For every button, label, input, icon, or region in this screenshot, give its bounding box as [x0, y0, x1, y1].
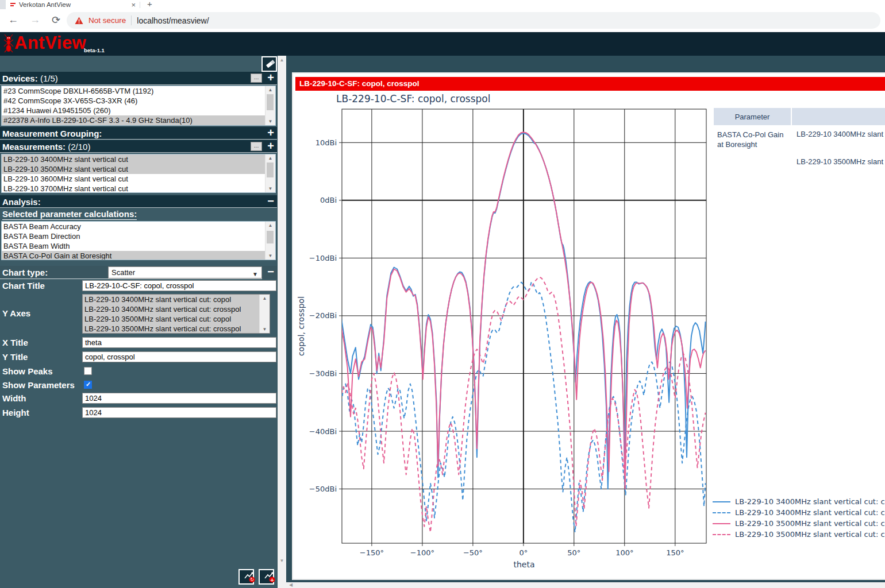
analysis-header: Analysis: −	[0, 195, 277, 208]
measurements-more-button[interactable]: ...	[251, 142, 262, 151]
y-axes-label: Y Axes	[2, 308, 30, 318]
tabstrip-edge	[0, 0, 6, 9]
devices-header: Devices: (1/5) ... +	[0, 72, 277, 85]
favicon-icon	[10, 3, 16, 6]
svg-text:−50dBi: −50dBi	[309, 485, 337, 493]
y-title-label: Y Title	[2, 352, 28, 362]
width-input[interactable]	[82, 393, 276, 404]
devices-count: (1/5)	[40, 74, 58, 83]
eraser-icon	[266, 59, 276, 68]
x-title-input[interactable]	[82, 337, 276, 348]
chart-panel: LB-229-10-C-SF: copol, crosspol −150°−10…	[292, 72, 885, 580]
show-parameters-checkbox[interactable]	[84, 381, 92, 389]
list-item[interactable]: BASTA Beam Direction	[2, 231, 275, 241]
y-title-row: Y Title	[0, 351, 277, 363]
list-item[interactable]: #42 CommScope 3X-V65S-C3-3XR (46)	[2, 96, 275, 106]
svg-text:10dBi: 10dBi	[315, 138, 337, 147]
measurements-add-button[interactable]: +	[267, 140, 274, 152]
parameter-table-header: Parameter	[714, 108, 885, 125]
app-version: beta-1.1	[84, 47, 105, 53]
list-item[interactable]: #1234 Huawei A19451505 (260)	[2, 106, 275, 115]
measurements-label: Measurements:	[2, 142, 66, 152]
forward-icon[interactable]: →	[30, 14, 40, 26]
chart-refresh-icon: ↻	[243, 571, 256, 583]
show-peaks-checkbox[interactable]	[84, 367, 92, 375]
list-item-selected[interactable]: LB-229-10 3500MHz slant vertical cut: co…	[83, 314, 270, 324]
back-icon[interactable]: ←	[8, 14, 18, 26]
sidebar-scrollbar[interactable]: ▲ ▼	[278, 56, 286, 588]
analysis-collapse-button[interactable]: −	[267, 195, 274, 207]
scroll-down-icon[interactable]: ▼	[278, 558, 286, 563]
refresh-chart-button[interactable]: ↻	[238, 569, 254, 585]
app-logo: AntView	[14, 33, 86, 53]
list-item[interactable]: BASTA Beam Accuracy	[2, 222, 275, 231]
address-bar[interactable]: Not secure localhost/measview/	[67, 12, 880, 29]
list-item-selected[interactable]: LB-229-10 3500MHz slant vertical cut: cr…	[83, 324, 270, 334]
list-item-selected[interactable]: LB-229-10 3400MHz slant vertical cut: cr…	[83, 304, 270, 314]
chart-collapse-button[interactable]: −	[267, 265, 274, 278]
parameter-table: Parameter BASTA Co-Pol Gain at Boresight…	[714, 108, 885, 176]
list-item[interactable]: LB-229-10 3700MHz slant vertical cut	[2, 184, 275, 193]
scroll-up-icon[interactable]: ▲	[278, 57, 286, 63]
legend-entry[interactable]: LB-229-10 3400MHz slant vertical cut: cr…	[713, 507, 885, 518]
y-axes-scrollbar[interactable]: ▲▼	[259, 295, 270, 333]
devices-listbox: #23 CommScope DBXLH-6565B-VTM (1192) #42…	[1, 86, 276, 126]
chart-title-label: Chart Title	[2, 281, 45, 291]
y-axes-listbox: LB-229-10 3400MHz slant vertical cut: co…	[82, 294, 270, 334]
legend-entry[interactable]: LB-229-10 3400MHz slant vertical cut: co…	[713, 496, 885, 507]
list-item-selected[interactable]: LB-229-10 3400MHz slant vertical cut: co…	[83, 295, 270, 304]
y-axes-row: Y Axes LB-229-10 3400MHz slant vertical …	[0, 294, 277, 334]
chart-title-row: Chart Title	[0, 280, 277, 292]
svg-text:50°: 50°	[567, 548, 580, 557]
parameter-cell: BASTA Co-Pol Gain at Boresight	[714, 125, 791, 153]
height-input[interactable]	[82, 407, 276, 418]
chart-type-row: Chart type: Scatter ▼ −	[0, 266, 277, 279]
show-parameters-label: Show Parameters	[2, 380, 75, 390]
add-chart-button[interactable]: +	[259, 569, 274, 585]
svg-text:−10dBi: −10dBi	[309, 254, 337, 262]
grouping-add-button[interactable]: +	[267, 126, 274, 139]
svg-text:theta: theta	[513, 560, 534, 569]
analysis-scrollbar[interactable]: ▲▼	[265, 222, 275, 260]
y-title-input[interactable]	[82, 351, 276, 362]
measurements-header: Measurements: (2/10) ... +	[0, 140, 277, 153]
reload-icon[interactable]: ⟳	[52, 14, 60, 26]
devices-more-button[interactable]: ...	[251, 74, 262, 83]
tab-separator	[140, 2, 140, 8]
value-cell: LB-229-10 3500MHz slant	[792, 153, 885, 176]
scroll-left-icon[interactable]: ◀	[289, 582, 293, 587]
show-parameters-row: Show Parameters	[0, 380, 277, 391]
list-item[interactable]: #23 CommScope DBXLH-6565B-VTM (1192)	[2, 86, 275, 96]
svg-text:−50°: −50°	[463, 548, 483, 557]
clear-selections-button[interactable]	[261, 56, 277, 72]
svg-text:100°: 100°	[615, 548, 633, 557]
svg-text:0°: 0°	[520, 548, 528, 557]
list-item[interactable]: LB-229-10 3600MHz slant vertical cut	[2, 174, 275, 184]
new-tab-button[interactable]: +	[147, 0, 152, 9]
list-item[interactable]: BASTA Beam Width	[2, 241, 275, 251]
horizontal-scrollbar[interactable]: ◀	[286, 582, 885, 588]
chart-title-input[interactable]	[82, 280, 276, 291]
browser-tab[interactable]: Verkotan AntView ×	[6, 0, 139, 9]
legend-entry[interactable]: LB-229-10 3500MHz slant vertical cut: cr…	[713, 529, 885, 540]
grouping-header: Measurement Grouping: +	[0, 127, 277, 140]
measurements-scrollbar[interactable]: ▲▼	[265, 154, 275, 192]
legend-line-sample	[713, 534, 730, 535]
parameter-header-cell: Parameter	[714, 108, 791, 125]
x-title-label: X Title	[2, 338, 28, 347]
list-item-selected[interactable]: LB-229-10 3400MHz slant vertical cut	[2, 154, 275, 164]
devices-add-button[interactable]: +	[267, 71, 274, 84]
list-item-selected[interactable]: BASTA Co-Pol Gain at Boresight	[2, 251, 275, 260]
sidebar: Devices: (1/5) ... + #23 CommScope DBXLH…	[0, 56, 277, 588]
list-item-selected[interactable]: LB-229-10 3500MHz slant vertical cut	[2, 164, 275, 174]
x-title-row: X Title	[0, 337, 277, 349]
chart-type-select[interactable]: Scatter ▼	[108, 266, 262, 278]
main-area: LB-229-10-C-SF: copol, crosspol −150°−10…	[286, 56, 885, 588]
tab-close-icon[interactable]: ×	[131, 1, 139, 9]
list-item-selected[interactable]: #22378 A-Info LB-229-10-C-SF 3.3 - 4.9 G…	[2, 115, 275, 125]
show-peaks-row: Show Peaks	[0, 366, 277, 377]
devices-scrollbar[interactable]: ▲▼	[265, 86, 275, 125]
svg-text:0dBi: 0dBi	[320, 196, 337, 204]
omnibox-divider	[131, 16, 132, 25]
legend-entry[interactable]: LB-229-10 3500MHz slant vertical cut: co…	[713, 518, 885, 529]
